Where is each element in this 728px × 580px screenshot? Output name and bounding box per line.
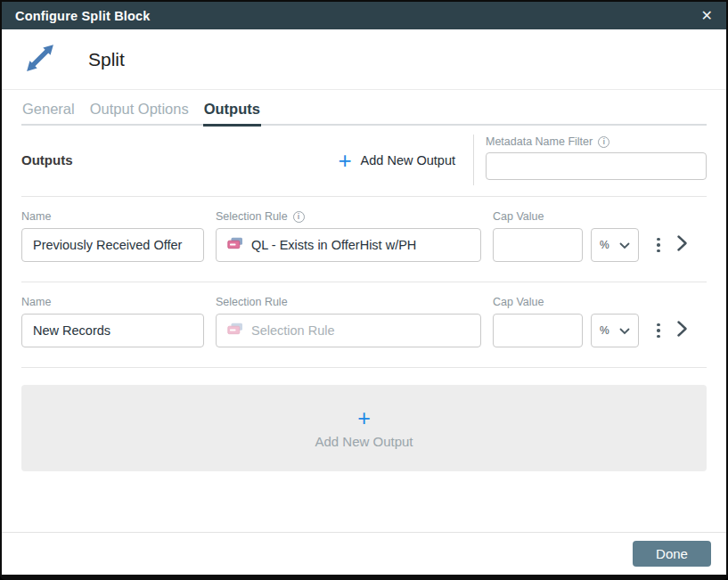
metadata-filter-label: Metadata Name Filter — [486, 135, 593, 148]
kebab-menu-icon — [657, 238, 660, 253]
outputs-section-label: Outputs — [21, 152, 73, 167]
tab-outputs[interactable]: Outputs — [203, 101, 261, 127]
block-title: Split — [88, 49, 125, 70]
tab-bar: General Output Options Outputs — [21, 101, 707, 126]
close-icon[interactable]: ✕ — [701, 9, 713, 23]
info-icon: i — [293, 211, 305, 223]
dialog-titlebar: Configure Split Block ✕ — [2, 2, 726, 29]
row-expand-button[interactable] — [670, 314, 693, 347]
metadata-filter-input[interactable] — [486, 152, 707, 180]
output-row-1: Name Selection Rule i QL - — [21, 197, 707, 282]
cap-value-input[interactable] — [493, 314, 583, 347]
selection-rule-cards-icon — [227, 237, 243, 253]
cap-unit-value: % — [600, 239, 609, 251]
add-new-output-button[interactable]: + Add New Output — [338, 151, 455, 169]
dialog-title: Configure Split Block — [15, 9, 151, 23]
cap-value-label: Cap Value — [493, 210, 583, 223]
configure-split-block-dialog: Configure Split Block ✕ Split General Ou… — [0, 0, 728, 580]
tab-general[interactable]: General — [21, 101, 76, 127]
chevron-down-icon — [619, 323, 630, 339]
info-icon: i — [598, 136, 609, 148]
block-header: Split — [2, 29, 726, 90]
selection-rule-cards-icon — [227, 323, 243, 339]
metadata-filter-group: Metadata Name Filter i — [486, 133, 707, 187]
selection-rule-field[interactable]: Selection Rule — [216, 314, 481, 347]
selection-rule-placeholder: Selection Rule — [251, 323, 335, 338]
outputs-section-header: Outputs + Add New Output Metadata Name F… — [21, 133, 707, 187]
kebab-menu-icon — [657, 323, 660, 339]
split-arrows-icon — [25, 43, 55, 77]
row-menu-button[interactable] — [647, 228, 670, 262]
done-button[interactable]: Done — [633, 541, 711, 567]
row-menu-button[interactable] — [647, 314, 670, 347]
dialog-footer: Done — [2, 532, 726, 575]
output-row-2: Name Selection Rule Selection Rule — [21, 282, 707, 368]
output-name-input[interactable] — [21, 314, 204, 347]
vertical-divider — [473, 135, 474, 185]
cap-unit-value: % — [600, 324, 609, 337]
metadata-filter-label-row: Metadata Name Filter i — [486, 135, 707, 148]
output-name-input[interactable] — [21, 228, 204, 262]
chevron-right-icon — [676, 234, 688, 256]
add-new-output-area-label: Add New Output — [315, 434, 413, 449]
cap-value-label: Cap Value — [493, 296, 583, 308]
selection-rule-value: QL - Exists in OfferHist w/PH — [251, 238, 416, 252]
row-expand-button[interactable] — [670, 228, 693, 262]
selection-rule-label: Selection Rule — [216, 296, 481, 308]
name-label: Name — [21, 296, 204, 308]
tab-content: Outputs + Add New Output Metadata Name F… — [2, 133, 726, 471]
add-new-output-area[interactable]: + Add New Output — [21, 385, 707, 471]
selection-rule-field[interactable]: QL - Exists in OfferHist w/PH — [216, 228, 481, 262]
cap-value-input[interactable] — [493, 228, 583, 262]
name-label: Name — [21, 210, 204, 223]
selection-rule-label: Selection Rule i — [216, 210, 481, 223]
chevron-right-icon — [676, 320, 688, 341]
plus-icon: + — [357, 408, 371, 428]
cap-unit-select[interactable]: % — [591, 314, 639, 347]
tab-output-options[interactable]: Output Options — [89, 101, 190, 127]
cap-unit-select[interactable]: % — [591, 228, 639, 262]
chevron-down-icon — [619, 237, 630, 253]
plus-icon: + — [338, 151, 351, 169]
add-new-output-label: Add New Output — [361, 153, 455, 167]
